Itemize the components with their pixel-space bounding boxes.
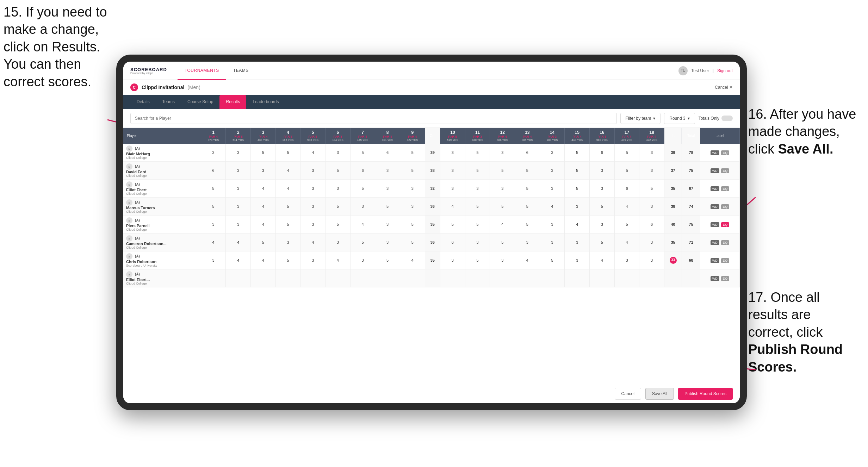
score-cell[interactable]: 3 <box>565 251 590 269</box>
score-cell[interactable]: 5 <box>490 162 515 180</box>
score-cell[interactable]: 3 <box>375 162 400 180</box>
score-cell[interactable]: 3 <box>201 251 226 269</box>
score-cell[interactable]: 4 <box>201 234 226 251</box>
score-cell[interactable]: 6 <box>639 216 664 234</box>
score-cell[interactable]: 3 <box>201 144 226 162</box>
score-cell[interactable]: 4 <box>490 216 515 234</box>
score-cell[interactable]: 6 <box>590 144 615 162</box>
wd-button[interactable]: WD <box>711 168 719 173</box>
score-cell[interactable]: 4 <box>614 198 639 216</box>
score-cell[interactable]: 5 <box>490 198 515 216</box>
dq-button[interactable]: DQ <box>721 240 730 245</box>
score-cell[interactable]: 4 <box>300 144 326 162</box>
score-cell[interactable]: 5 <box>275 144 300 162</box>
score-cell[interactable]: 3 <box>515 234 540 251</box>
score-cell[interactable]: 4 <box>251 198 276 216</box>
score-cell[interactable]: 5 <box>515 180 540 198</box>
score-cell[interactable]: 5 <box>201 180 226 198</box>
score-cell[interactable]: 3 <box>490 180 515 198</box>
score-cell[interactable]: 3 <box>300 216 326 234</box>
score-cell[interactable]: 3 <box>540 234 565 251</box>
score-cell[interactable]: 3 <box>440 180 465 198</box>
score-cell[interactable] <box>300 269 326 287</box>
score-cell[interactable]: 5 <box>350 234 375 251</box>
score-cell[interactable]: 3 <box>251 162 276 180</box>
score-cell[interactable]: 3 <box>300 251 326 269</box>
score-cell[interactable]: 5 <box>326 162 351 180</box>
score-cell[interactable]: 3 <box>639 144 664 162</box>
score-cell[interactable]: 5 <box>465 216 490 234</box>
score-cell[interactable]: 6 <box>375 144 400 162</box>
score-cell[interactable]: 3 <box>465 234 490 251</box>
score-cell[interactable]: 4 <box>226 251 251 269</box>
score-cell[interactable] <box>490 269 515 287</box>
score-cell[interactable]: 3 <box>375 180 400 198</box>
score-cell[interactable]: 6 <box>350 162 375 180</box>
score-cell[interactable]: 4 <box>251 251 276 269</box>
search-input[interactable] <box>130 113 617 124</box>
score-cell[interactable]: 5 <box>400 216 425 234</box>
score-cell[interactable]: 4 <box>540 198 565 216</box>
score-cell[interactable]: 3 <box>226 162 251 180</box>
score-cell[interactable]: 3 <box>440 162 465 180</box>
score-cell[interactable]: 5 <box>639 180 664 198</box>
score-cell[interactable]: 3 <box>639 198 664 216</box>
score-cell[interactable] <box>515 269 540 287</box>
wd-button[interactable]: WD <box>711 204 719 209</box>
score-cell[interactable]: 5 <box>590 198 615 216</box>
score-cell[interactable]: 3 <box>565 234 590 251</box>
score-cell[interactable]: 3 <box>326 180 351 198</box>
score-cell[interactable]: 4 <box>350 216 375 234</box>
score-cell[interactable]: 3 <box>465 180 490 198</box>
score-cell[interactable]: 3 <box>440 251 465 269</box>
score-cell[interactable] <box>440 269 465 287</box>
score-cell[interactable]: 5 <box>465 162 490 180</box>
wd-button[interactable]: WD <box>711 240 719 245</box>
score-cell[interactable]: 3 <box>540 216 565 234</box>
score-cell[interactable]: 3 <box>639 234 664 251</box>
tab-teams[interactable]: Teams <box>156 95 181 109</box>
score-cell[interactable]: 3 <box>540 144 565 162</box>
totals-toggle-switch[interactable] <box>721 116 733 121</box>
score-cell[interactable]: 5 <box>350 180 375 198</box>
round-select-btn[interactable]: Round 3 ▾ <box>664 113 695 124</box>
wd-button[interactable]: WD <box>711 222 719 227</box>
dq-button[interactable]: DQ <box>721 204 730 209</box>
score-cell[interactable]: 4 <box>275 180 300 198</box>
score-cell[interactable] <box>350 269 375 287</box>
score-cell[interactable]: 4 <box>226 234 251 251</box>
score-cell[interactable]: 3 <box>326 144 351 162</box>
score-cell[interactable]: 3 <box>226 198 251 216</box>
score-cell[interactable]: 3 <box>540 162 565 180</box>
dq-button[interactable]: DQ <box>721 276 730 281</box>
score-cell[interactable]: 3 <box>300 198 326 216</box>
score-cell[interactable]: 4 <box>251 216 276 234</box>
wd-button[interactable]: WD <box>711 276 719 281</box>
score-cell[interactable]: 5 <box>465 251 490 269</box>
score-cell[interactable]: 4 <box>326 251 351 269</box>
score-cell[interactable]: 5 <box>565 144 590 162</box>
score-cell[interactable]: 4 <box>440 198 465 216</box>
score-cell[interactable]: 5 <box>490 234 515 251</box>
dq-button[interactable]: DQ <box>721 150 730 155</box>
score-cell[interactable]: 3 <box>275 234 300 251</box>
score-cell[interactable]: 3 <box>590 180 615 198</box>
score-cell[interactable]: 5 <box>590 234 615 251</box>
save-all-button[interactable]: Save All <box>645 388 674 400</box>
score-cell[interactable]: 3 <box>590 162 615 180</box>
score-cell[interactable]: 4 <box>515 251 540 269</box>
score-cell[interactable]: 3 <box>226 180 251 198</box>
score-cell[interactable]: 5 <box>515 198 540 216</box>
score-cell[interactable]: 5 <box>326 216 351 234</box>
score-cell[interactable]: 3 <box>375 216 400 234</box>
score-cell[interactable] <box>540 269 565 287</box>
score-cell[interactable]: 5 <box>375 251 400 269</box>
score-cell[interactable] <box>614 269 639 287</box>
score-cell[interactable]: 5 <box>251 234 276 251</box>
dq-button[interactable]: DQ <box>721 168 730 173</box>
score-cell[interactable]: 3 <box>326 234 351 251</box>
score-cell[interactable]: 3 <box>350 251 375 269</box>
score-cell[interactable]: 6 <box>614 180 639 198</box>
score-cell[interactable]: 6 <box>201 162 226 180</box>
score-cell[interactable]: 3 <box>300 180 326 198</box>
